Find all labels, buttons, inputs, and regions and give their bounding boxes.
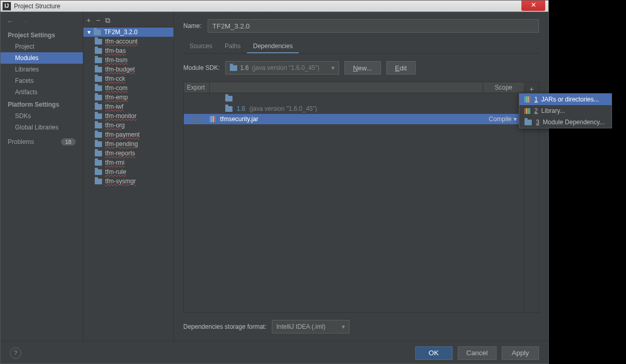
- folder-icon: [95, 104, 102, 110]
- module-sdk-label: Module SDK:: [183, 64, 220, 71]
- dependency-row[interactable]: [184, 93, 524, 104]
- module-name-input[interactable]: [208, 19, 539, 33]
- nav-heading-platform: Platform Settings: [1, 98, 83, 110]
- export-checkbox[interactable]: [194, 115, 201, 123]
- main-panel: Name: SourcesPathsDependencies Module SD…: [174, 12, 548, 341]
- folder-icon: [95, 160, 102, 166]
- nav-item-facets[interactable]: Facets: [1, 75, 83, 86]
- module-tree-panel: + − ⧉ ▾TF2M_3.2.0tfm-accounttfm-bastfm-b…: [83, 12, 174, 341]
- dependencies-table: Export Scope 1.6 (java version "1.6.0_45…: [183, 82, 539, 313]
- app-logo-icon: IJ: [3, 2, 11, 10]
- project-structure-window: IJ Project Structure ✕ ← → Project Setti…: [0, 0, 549, 364]
- apply-button[interactable]: Apply: [502, 346, 539, 360]
- titlebar: IJ Project Structure ✕: [1, 1, 548, 12]
- window-title: Project Structure: [14, 3, 60, 10]
- tree-item-tfm-com[interactable]: tfm-com: [83, 83, 173, 93]
- folder-icon: [95, 179, 102, 184]
- help-icon[interactable]: ?: [10, 347, 21, 359]
- folder-icon: [95, 95, 102, 100]
- storage-format-label: Dependencies storage format:: [183, 323, 267, 330]
- tree-item-tfm-payment[interactable]: tfm-payment: [83, 130, 173, 139]
- folder-icon: [94, 30, 101, 35]
- tab-paths[interactable]: Paths: [219, 40, 247, 53]
- popup-item-module-dependency[interactable]: 3 Module Dependency...: [519, 117, 612, 128]
- folder-icon: [225, 96, 232, 101]
- folder-icon: [95, 141, 102, 147]
- tree-item-tfm-rmi[interactable]: tfm-rmi: [83, 158, 173, 167]
- library-icon: [525, 108, 530, 114]
- col-scope-header: Scope: [483, 82, 524, 93]
- folder-icon: [95, 39, 102, 45]
- chevron-down-icon: ▾: [331, 64, 334, 71]
- nav-item-global-libraries[interactable]: Global Libraries: [1, 122, 83, 133]
- tree-root[interactable]: ▾TF2M_3.2.0: [83, 27, 173, 37]
- nav-item-modules[interactable]: Modules: [1, 52, 83, 64]
- folder-icon: [95, 76, 102, 82]
- storage-format-value: IntelliJ IDEA (.iml): [276, 323, 326, 330]
- folder-icon: [95, 151, 102, 156]
- folder-icon: [95, 85, 102, 91]
- nav-problems-label: Problems: [8, 138, 34, 145]
- dependency-row[interactable]: tfmsecurity.jarCompile ▾: [184, 114, 524, 124]
- nav-forward-icon[interactable]: →: [21, 17, 28, 25]
- folder-icon: [95, 113, 102, 119]
- tree-item-tfm-cck[interactable]: tfm-cck: [83, 74, 173, 83]
- tree-item-tfm-pending[interactable]: tfm-pending: [83, 139, 173, 149]
- tree-item-tfm-bas[interactable]: tfm-bas: [83, 46, 173, 55]
- edit-sdk-button[interactable]: Edit: [386, 61, 416, 75]
- jar-icon: [525, 96, 530, 103]
- folder-icon: [95, 123, 102, 128]
- folder-icon: [95, 132, 102, 138]
- folder-icon: [95, 48, 102, 54]
- tree-item-tfm-account[interactable]: tfm-account: [83, 37, 173, 46]
- folder-icon: [95, 67, 102, 72]
- folder-icon: [95, 169, 102, 175]
- folder-icon: [230, 65, 237, 71]
- tree-copy-icon[interactable]: ⧉: [105, 16, 110, 25]
- cancel-button[interactable]: Cancel: [458, 346, 497, 360]
- popup-item-library[interactable]: 2 Library...: [519, 105, 612, 117]
- storage-format-combo[interactable]: IntelliJ IDEA (.iml) ▾: [272, 320, 350, 333]
- nav-item-project[interactable]: Project: [1, 41, 83, 52]
- chevron-down-icon: ▾: [514, 115, 517, 123]
- tree-item-tfm-reports[interactable]: tfm-reports: [83, 149, 173, 158]
- nav-item-sdks[interactable]: SDKs: [1, 110, 83, 122]
- module-sdk-combo[interactable]: 1.6 (java version "1.6.0_45") ▾: [225, 61, 339, 75]
- new-sdk-button[interactable]: New...: [344, 61, 381, 75]
- dialog-footer: ? OK Cancel Apply: [1, 341, 548, 364]
- nav-back-icon[interactable]: ←: [7, 17, 14, 25]
- tree-add-icon[interactable]: +: [86, 16, 91, 25]
- problems-badge: 18: [61, 138, 76, 145]
- tree-item-tfm-monitor[interactable]: tfm-monitor: [83, 111, 173, 121]
- jar-icon: [210, 116, 215, 122]
- chevron-down-icon: ▾: [342, 323, 345, 330]
- tree-remove-icon[interactable]: −: [96, 16, 100, 25]
- tree-item-tfm-iwf[interactable]: tfm-iwf: [83, 102, 173, 111]
- dependency-row[interactable]: 1.6 (java version "1.6.0_45"): [184, 104, 524, 114]
- tree-item-tfm-bsm[interactable]: tfm-bsm: [83, 55, 173, 65]
- nav-item-libraries[interactable]: Libraries: [1, 64, 83, 75]
- popup-item-jars-or-directories[interactable]: 1 JARs or directories...: [519, 94, 612, 105]
- tab-sources[interactable]: Sources: [183, 40, 219, 53]
- folder-icon: [95, 57, 102, 63]
- sdk-detail: (java version "1.6.0_45"): [252, 64, 319, 71]
- folder-icon: [225, 106, 232, 112]
- left-nav: ← → Project Settings ProjectModulesLibra…: [1, 12, 83, 341]
- tab-dependencies[interactable]: Dependencies: [247, 40, 299, 53]
- tree-item-tfm-org[interactable]: tfm-org: [83, 121, 173, 130]
- nav-heading-project: Project Settings: [1, 28, 83, 41]
- add-dependency-popup: 1 JARs or directories...2 Library...3 Mo…: [519, 93, 612, 128]
- name-label: Name:: [183, 22, 201, 30]
- tree-item-tfm-sysmgr[interactable]: tfm-sysmgr: [83, 177, 173, 186]
- col-export-header: Export: [184, 82, 210, 93]
- tree-item-tfm-rule[interactable]: tfm-rule: [83, 167, 173, 177]
- nav-problems[interactable]: Problems 18: [1, 133, 83, 148]
- nav-item-artifacts[interactable]: Artifacts: [1, 86, 83, 98]
- tree-item-tfm-emp[interactable]: tfm-emp: [83, 93, 173, 102]
- sdk-value: 1.6: [240, 64, 249, 71]
- tree-item-tfm-budget[interactable]: tfm-budget: [83, 65, 173, 74]
- close-button[interactable]: ✕: [521, 1, 545, 11]
- ok-button[interactable]: OK: [415, 346, 453, 360]
- folder-icon: [525, 120, 532, 125]
